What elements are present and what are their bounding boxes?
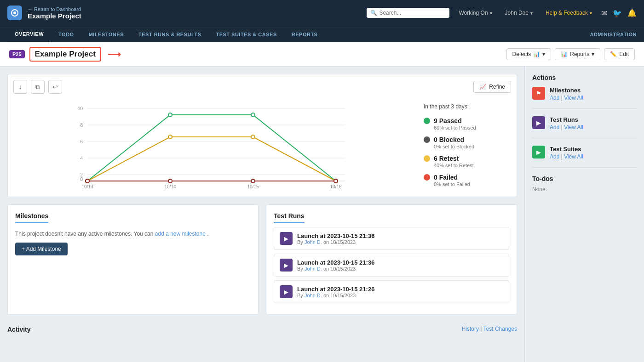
passed-status: 9 Passed bbox=[434, 117, 462, 124]
nav-test-runs[interactable]: Test Runs & Results bbox=[131, 26, 208, 43]
chart-section: ↓ ⧉ ↩ 📈 Refine bbox=[7, 74, 517, 197]
testsuites-view-link[interactable]: View All bbox=[564, 153, 583, 160]
failed-status: 0 Failed bbox=[434, 174, 458, 181]
test-changes-link[interactable]: Test Changes bbox=[483, 326, 517, 332]
reset-button[interactable]: ↩ bbox=[48, 80, 62, 94]
project-info: ← Return to Dashboard Example Project bbox=[28, 6, 81, 20]
chevron-down-icon: ▾ bbox=[530, 11, 533, 16]
project-badge: P25 bbox=[9, 50, 25, 58]
nav-reports[interactable]: Reports bbox=[284, 26, 325, 43]
testsuites-action-title: Test Suites bbox=[550, 146, 583, 153]
retest-sub: 40% set to Retest bbox=[424, 163, 511, 168]
test-run-icon: ▶ bbox=[280, 259, 293, 272]
refine-chart-icon: 📈 bbox=[479, 84, 486, 90]
legend-retest: 6 Retest 40% set to Retest bbox=[424, 155, 511, 168]
test-run-sub-3: By John D. on 10/15/2023 bbox=[297, 293, 374, 298]
testrun-icon: ▶ bbox=[532, 116, 545, 129]
svg-point-26 bbox=[86, 179, 89, 183]
todos-section: To-dos None. bbox=[532, 175, 637, 192]
chevron-down-icon: ▾ bbox=[592, 51, 594, 57]
milestones-action-title: Milestones bbox=[550, 87, 583, 94]
chart-toolbar: ↓ ⧉ ↩ 📈 Refine bbox=[13, 80, 511, 94]
test-run-title-1: Launch at 2023-10-15 21:36 bbox=[297, 232, 374, 239]
svg-text:4: 4 bbox=[80, 156, 83, 161]
todos-title: To-dos bbox=[532, 175, 637, 182]
reports-label: Reports bbox=[570, 51, 589, 57]
defects-button[interactable]: Defects 📊 ▾ bbox=[506, 48, 552, 60]
arrow-right-icon: ⟶ bbox=[108, 49, 121, 60]
sidebar-testruns-action: ▶ Test Runs Add | View All bbox=[532, 116, 637, 138]
test-run-sub-1: By John D. on 10/15/2023 bbox=[297, 239, 374, 245]
copy-button[interactable]: ⧉ bbox=[31, 80, 45, 94]
test-run-user-link[interactable]: John D. bbox=[305, 293, 322, 298]
refine-label: Refine bbox=[489, 84, 505, 90]
retest-dot bbox=[424, 155, 430, 162]
test-run-icon: ▶ bbox=[280, 232, 293, 245]
svg-text:10/13: 10/13 bbox=[81, 184, 93, 189]
add-milestone-link[interactable]: add a new milestone bbox=[155, 231, 206, 237]
nav-overview[interactable]: Overview bbox=[7, 26, 51, 43]
search-bar[interactable]: 🔍 bbox=[367, 8, 449, 18]
test-run-user-link[interactable]: John D. bbox=[305, 266, 322, 272]
svg-text:10/14: 10/14 bbox=[164, 184, 176, 189]
svg-text:10/16: 10/16 bbox=[330, 184, 341, 189]
test-run-title-2: Launch at 2023-10-15 21:36 bbox=[297, 259, 374, 266]
test-run-sub-2: By John D. on 10/15/2023 bbox=[297, 266, 374, 272]
testruns-action-title: Test Runs bbox=[550, 116, 583, 123]
svg-point-28 bbox=[251, 179, 255, 183]
bell-icon[interactable]: 🔔 bbox=[627, 9, 637, 17]
svg-point-1 bbox=[13, 11, 16, 14]
milestones-add-link[interactable]: Add bbox=[550, 95, 559, 101]
edit-label: Edit bbox=[619, 51, 629, 57]
nav-administration[interactable]: Administration bbox=[590, 32, 637, 37]
nav-test-suites[interactable]: Test Suites & Cases bbox=[208, 26, 284, 43]
testsuites-add-link[interactable]: Add bbox=[550, 153, 559, 160]
legend-passed: 9 Passed 60% set to Passed bbox=[424, 117, 511, 130]
chart-area: 10 8 6 4 2 0 10/13 10/14 10/15 10/16 bbox=[13, 99, 511, 191]
activity-title: Activity bbox=[7, 326, 31, 333]
test-run-item[interactable]: ▶ Launch at 2023-10-15 21:36 By John D. … bbox=[274, 254, 509, 277]
working-on-button[interactable]: Working On ▾ bbox=[455, 8, 495, 18]
search-input[interactable] bbox=[379, 10, 446, 16]
edit-icon: ✏️ bbox=[610, 51, 617, 57]
back-to-dashboard[interactable]: ← Return to Dashboard bbox=[28, 6, 81, 12]
test-run-item[interactable]: ▶ Launch at 2023-10-15 21:26 By John D. … bbox=[274, 280, 509, 303]
nav-milestones[interactable]: Milestones bbox=[81, 26, 131, 43]
passed-sub: 60% set to Passed bbox=[424, 125, 511, 130]
chevron-down-icon: ▾ bbox=[490, 11, 492, 16]
history-link[interactable]: History bbox=[462, 326, 479, 332]
svg-point-27 bbox=[168, 179, 172, 183]
refine-button[interactable]: 📈 Refine bbox=[473, 81, 511, 93]
blocked-status: 0 Blocked bbox=[434, 136, 464, 143]
reports-button[interactable]: 📊 Reports ▾ bbox=[555, 48, 600, 60]
testruns-add-link[interactable]: Add bbox=[550, 124, 559, 130]
top-navbar: ← Return to Dashboard Example Project 🔍 … bbox=[0, 0, 644, 26]
milestones-title: Milestones bbox=[15, 212, 48, 223]
nav-todo[interactable]: Todo bbox=[51, 26, 81, 43]
search-icon: 🔍 bbox=[370, 10, 377, 16]
todos-none: None. bbox=[532, 186, 637, 192]
main-layout: ↓ ⧉ ↩ 📈 Refine bbox=[0, 67, 644, 362]
help-feedback-button[interactable]: Help & Feedback ▾ bbox=[542, 8, 596, 18]
testsuites-action-links: Add | View All bbox=[550, 153, 583, 160]
chart-legend: In the past 3 days: 9 Passed 60% set to … bbox=[419, 99, 511, 191]
main-content: ↓ ⧉ ↩ 📈 Refine bbox=[0, 67, 524, 362]
user-menu-button[interactable]: John Doe ▾ bbox=[501, 8, 536, 18]
testruns-view-link[interactable]: View All bbox=[564, 124, 583, 130]
edit-button[interactable]: ✏️ Edit bbox=[604, 48, 635, 60]
testruns-action-links: Add | View All bbox=[550, 124, 583, 130]
test-run-user-link[interactable]: John D. bbox=[305, 239, 322, 245]
add-milestone-button[interactable]: + Add Milestone bbox=[15, 243, 68, 255]
milestones-view-link[interactable]: View All bbox=[564, 95, 583, 101]
milestones-section: Milestones This project doesn't have any… bbox=[7, 204, 259, 315]
twitter-icon[interactable]: 🐦 bbox=[613, 9, 622, 17]
svg-text:8: 8 bbox=[80, 123, 83, 128]
test-runs-title: Test Runs bbox=[274, 212, 305, 223]
test-run-item[interactable]: ▶ Launch at 2023-10-15 21:36 By John D. … bbox=[274, 227, 509, 250]
test-run-title-3: Launch at 2023-10-15 21:26 bbox=[297, 286, 374, 293]
page-header: P25 Example Project ⟶ Defects 📊 ▾ 📊 Repo… bbox=[0, 42, 644, 67]
activity-header: Activity History | Test Changes bbox=[7, 322, 517, 337]
download-button[interactable]: ↓ bbox=[13, 80, 27, 94]
mail-icon[interactable]: ✉ bbox=[601, 9, 607, 17]
legend-title: In the past 3 days: bbox=[424, 103, 511, 110]
